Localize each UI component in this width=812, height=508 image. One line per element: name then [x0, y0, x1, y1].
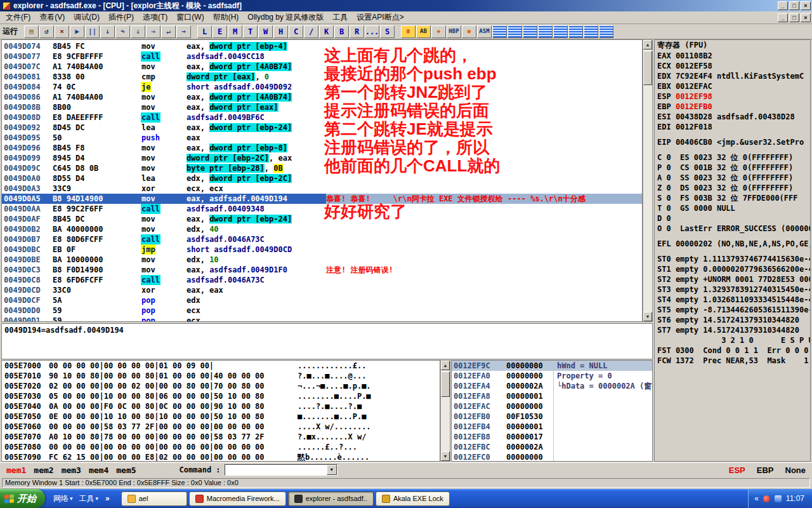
register-line[interactable]: P 0 CS 001B 32 位 0(FFFFFFFF) [655, 163, 810, 173]
disasm-row[interactable]: 0049D07CA1 740B4A00moveax, dword ptr [4A… [2, 62, 642, 72]
taskbar-task-button[interactable]: ael [121, 491, 187, 506]
dump-row[interactable]: 005E702002 00 00 00|00 00 02 00|00 00 80… [2, 381, 440, 391]
goto-icon[interactable]: → [176, 25, 191, 38]
toolbar-window-button-slash[interactable]: / [304, 25, 318, 38]
scroll-up-icon[interactable]: ▲ [441, 361, 450, 370]
toolbar-window-button-R[interactable]: R [350, 25, 364, 38]
register-line[interactable]: ESI 00438D28 asdfsadf.00438D28 [655, 112, 810, 122]
dump-row[interactable]: 005E701090 10 00 80|00 00 00 80|01 00 00… [2, 371, 440, 381]
none-button[interactable]: None [785, 465, 806, 475]
toolbar-stripe-button[interactable] [538, 25, 553, 38]
mdi-minimize-button[interactable]: _ [778, 13, 788, 22]
stack-row[interactable]: 0012EFC000000000 [452, 452, 652, 462]
register-line[interactable]: S 0 FS 003B 32 位 7FFDE000(FFF [655, 193, 810, 203]
register-line[interactable]: EFL 00000202 (NO,NB,NE,A,NS,PO,GE,G) [655, 239, 810, 249]
taskbar-task-button[interactable]: Akala EXE Lock [376, 491, 450, 506]
step-into-icon[interactable]: ↓ [100, 25, 115, 38]
menu-item[interactable]: 设置API断点> [352, 11, 408, 24]
stack-row[interactable]: 0012EFAC00000000 [452, 401, 652, 411]
tray-alert-icon[interactable] [763, 495, 770, 502]
register-line[interactable]: A 0 SS 0023 32 位 0(FFFFFFFF) [655, 173, 810, 183]
toolbar-stripe-button[interactable] [553, 25, 568, 38]
start-button[interactable]: 开始 [0, 489, 45, 508]
toolbar-window-button-K[interactable]: K [319, 25, 334, 38]
execute-return-icon[interactable]: ↵ [161, 25, 176, 38]
menu-item[interactable]: 插件(P) [104, 11, 138, 24]
register-line[interactable]: FST 0300 Cond 0 0 1 1 Err 0 0 0 1 0 1 0 … [655, 345, 810, 356]
register-line[interactable]: ESP 0012EF98 [655, 91, 810, 102]
register-line[interactable]: FCW 1372 Prec NEAR,53 Mask 1 1 0 0 1 0 [655, 356, 810, 366]
minimize-button[interactable]: _ [778, 1, 788, 10]
disasm-row[interactable]: 0049D0AF8B45 DCmoveax, dword ptr [ebp-24… [2, 214, 642, 224]
disasm-row[interactable]: 0049D09CC645 D8 0Bmovbyte ptr [ebp-28], … [2, 163, 642, 173]
register-line[interactable]: ST6 empty 14.517241379310344820 [655, 315, 810, 325]
dump-scrollbar[interactable]: ▲ ▼ [440, 360, 450, 462]
disasm-row[interactable]: 0049D0D159popecx [2, 316, 642, 322]
toolbar-stripe-button[interactable] [584, 25, 598, 38]
disasm-row[interactable]: 0049D0BCEB 0Fjmpshort asdfsadf.0049D0CD [2, 244, 642, 255]
stack-row[interactable]: 0012EFB000F10530 [452, 411, 652, 422]
quicklaunch-item[interactable]: 网络▾ [51, 493, 75, 504]
toolbar-window-button-E[interactable]: E [213, 25, 227, 38]
dump-row[interactable]: 005E706000 00 00 00|58 03 77 2F|00 00 00… [2, 422, 440, 432]
disasm-row[interactable]: 0049D0968B45 F8moveax, dword ptr [ebp-8] [2, 143, 642, 153]
register-line[interactable]: EBP 0012EFB0 [655, 102, 810, 112]
stack-row[interactable]: 0012EFBC0000002A [452, 442, 652, 452]
register-line[interactable]: ST3 empty 1.3293783912740315450e-4933 [655, 284, 810, 295]
register-line[interactable]: ST5 empty -8.7134462605361511390e-4933 [655, 305, 810, 315]
restart-icon[interactable]: ↺ [39, 25, 54, 38]
menu-item[interactable]: 文件(F) [1, 11, 35, 24]
register-line[interactable] [655, 234, 810, 239]
dump-row[interactable]: 005E7070A0 10 00 80|78 00 00 00|00 00 00… [2, 432, 440, 442]
mem-tab-mem1[interactable]: mem1 [3, 465, 30, 475]
register-line[interactable]: ST2 empty +UNORM 0001 77D28E53 00000000 [655, 274, 810, 284]
plugin-hbp-button[interactable]: HBP [447, 25, 461, 38]
tray-collapse-icon[interactable]: « [754, 494, 759, 503]
disasm-row[interactable]: 0049D0998945 D4movdword ptr [ebp-2C], ea… [2, 153, 642, 163]
disasm-row[interactable]: 0049D08474 0Cjeshort asdfsadf.0049D092 [2, 82, 642, 92]
disasm-row[interactable]: 0049D0A08D55 D4leaedx, dword ptr [ebp-2C… [2, 173, 642, 184]
stack-row[interactable]: 0012EFB400000001 [452, 422, 652, 432]
scroll-down-icon[interactable]: ▼ [643, 312, 652, 321]
disasm-row[interactable]: 0049D0D059popecx [2, 305, 642, 316]
register-line[interactable] [655, 249, 810, 254]
disasm-row[interactable]: 0049D0C3B8 F0D14900moveax, asdfsadf.0049… [2, 265, 642, 275]
menu-item[interactable]: 调试(D) [69, 11, 104, 24]
register-line[interactable]: EBX 0012EFAC [655, 81, 810, 91]
scroll-thumb[interactable] [441, 371, 450, 397]
register-line[interactable]: ECX 0012EF58 [655, 61, 810, 71]
stack-row[interactable]: 0012EF9C00000000hWnd = NULL [452, 361, 652, 371]
menu-item[interactable]: 选项(T) [138, 11, 172, 24]
register-line[interactable]: 3 2 1 0 E S P U O Z D I [655, 335, 810, 345]
toolbar-window-button-C[interactable]: C [289, 25, 303, 38]
disasm-row[interactable]: 0049D0818338 00cmpdword ptr [eax], 0 [2, 72, 642, 82]
command-input[interactable] [225, 465, 327, 474]
stack-row[interactable]: 0012EFA800000001 [452, 391, 652, 401]
disasm-row[interactable]: 0049D0CD33C0xoreax, eax [2, 285, 642, 295]
menu-item[interactable]: Ollydbg by 迎风修改版 [243, 11, 328, 24]
toolbar-stripe-button[interactable] [568, 25, 583, 38]
register-line[interactable]: O 0 LastErr ERROR_SUCCESS (00000000) [655, 224, 810, 234]
scroll-down-icon[interactable]: ▼ [441, 451, 450, 461]
register-line[interactable]: ST4 empty 1.0326811093334515448e-4933 [655, 295, 810, 305]
disasm-row[interactable]: 0049D0748B45 FCmoveax, dword ptr [ebp-4] [2, 41, 642, 51]
tray-clock[interactable]: 11:07 [786, 494, 804, 503]
stack-row[interactable]: 0012EFA40000002A└hData = 0000002A (窗口) [452, 381, 652, 391]
disasm-scrollbar[interactable]: ▲ ▼ [643, 39, 653, 322]
dump-row[interactable]: 005E70500E 00 00 00|10 10 00 80|10 00 00… [2, 411, 440, 422]
open-file-icon[interactable]: ▤ [24, 25, 39, 38]
dump-row[interactable]: 005E708000 00 00 00|00 00 00 00|00 00 00… [2, 442, 440, 452]
mdi-restore-button[interactable]: □ [789, 13, 799, 22]
register-line[interactable]: EDX 7C92E4F4 ntdll.KiFastSystemC [655, 71, 810, 81]
close-icon[interactable]: × [55, 25, 69, 38]
toolbar-window-button-M[interactable]: M [228, 25, 242, 38]
step-over-icon[interactable]: ↷ [115, 25, 130, 38]
toolbar-window-button-B[interactable]: B [334, 25, 349, 38]
stack-row[interactable]: 0012EFB800000017 [452, 432, 652, 442]
disasm-row[interactable]: 0049D0B2BA 40000000movedx, 40 [2, 224, 642, 234]
register-line[interactable]: T 0 GS 0000 NULL [655, 203, 810, 213]
plugin-diamond-button[interactable]: ◆ [431, 25, 446, 38]
disasm-row[interactable]: 0049D0CF5Apopedx [2, 295, 642, 305]
taskbar-task-button[interactable]: explorer - asdfsadf.. [288, 491, 374, 506]
register-line[interactable]: ST0 empty 1.1113793746774415630e-4933 [655, 254, 810, 264]
